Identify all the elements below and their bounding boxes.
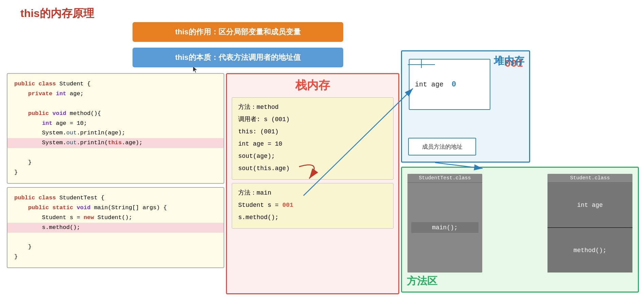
code-line-7: }	[14, 159, 32, 166]
svg-marker-8	[193, 66, 197, 73]
heap-age-row: int age 0	[415, 80, 484, 89]
method-method-item: method();	[547, 228, 632, 273]
heap-inner-box: int age 0	[409, 59, 490, 110]
heap-label: 堆内存	[494, 54, 524, 68]
stack-sout-this-age: sout(this.age)	[238, 162, 387, 175]
method-student-content: int age method();	[547, 183, 632, 273]
method-class-label-student: Student.class	[547, 174, 632, 183]
code-panel-top: public class Student { private int age; …	[7, 73, 224, 184]
stack-student-s: Student s = 001	[238, 199, 387, 211]
stack-sout-age: sout(age);	[238, 150, 387, 162]
stack-main-box: 方法：main Student s = 001 s.method();	[232, 183, 394, 229]
code-line-8: }	[14, 169, 18, 176]
code-line-5: System.out.println(age);	[14, 130, 125, 136]
stack-panel: 栈内存 方法：method 调用者: s (001) this: (001) i…	[226, 73, 399, 294]
code-panel-bottom: public class StudentTest { public static…	[7, 187, 224, 268]
method-area-panel: StudentTest.class main(); Student.class …	[401, 167, 639, 293]
code-line-4: int age = 10;	[14, 120, 87, 127]
code-line-1: public class Student {	[14, 81, 90, 87]
code-line-6-highlight: System.out.println(this.age);	[7, 138, 224, 148]
banner-blue: this的本质：代表方法调用者的地址值	[133, 48, 343, 67]
method-class-content-studenttest: main();	[407, 183, 482, 273]
banner-orange: this的作用：区分局部变量和成员变量	[133, 22, 343, 42]
method-int-age-item: int age	[547, 183, 632, 228]
stack-main-label: 方法：main	[238, 187, 387, 199]
stack-int-age: int age = 10	[238, 138, 387, 150]
method-main-item: main();	[411, 222, 478, 233]
code-line-3: public void method(){	[14, 110, 101, 117]
code-line-b3: Student s = new Student();	[14, 214, 132, 221]
stack-this-val: this: (001)	[238, 126, 387, 138]
code-line-b6: }	[14, 253, 18, 260]
code-line-2: private int age;	[14, 90, 84, 97]
code-line-b5: }	[14, 244, 32, 250]
stack-method-label: 方法：method	[238, 101, 387, 113]
stack-method-box: 方法：method 调用者: s (001) this: (001) int a…	[232, 97, 394, 180]
heap-addr-box: 成员方法的地址	[408, 138, 476, 155]
code-line-b2: public static void main(String[] args) {	[14, 204, 167, 211]
method-class-box-studenttest: StudentTest.class main();	[407, 174, 482, 273]
method-area-label: 方法区	[407, 274, 437, 288]
cursor	[193, 66, 197, 73]
method-student-box: Student.class int age method();	[547, 174, 632, 273]
code-line-b1: public class StudentTest {	[14, 195, 104, 201]
code-line-b4-highlight: s.method();	[7, 223, 224, 233]
page-title: this的内存原理	[20, 6, 94, 21]
stack-title: 栈内存	[227, 74, 398, 95]
stack-caller: 调用者: s (001)	[238, 113, 387, 126]
method-class-label-studenttest: StudentTest.class	[407, 174, 482, 183]
stack-s-method: s.method();	[238, 211, 387, 224]
heap-panel: 001 int age 0 成员方法的地址 堆内存	[401, 50, 530, 163]
